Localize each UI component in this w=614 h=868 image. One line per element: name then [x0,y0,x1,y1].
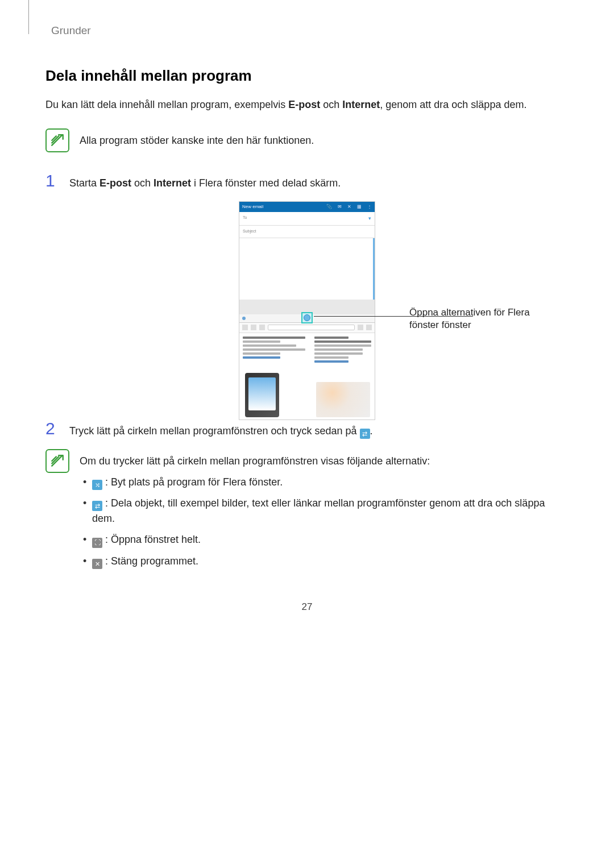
blur-line [243,340,280,343]
option-close: ✕ : Stäng programmet. [80,554,569,569]
blur-line [314,360,349,363]
intro-text-2: , genom att dra och släppa dem. [380,99,526,110]
section-header: Grunder [45,23,569,39]
blur-line [243,344,296,347]
blur-line [314,344,371,347]
misc-image-placeholder [316,382,370,417]
blur-line [243,337,305,339]
multiwindow-screenshot: New email 📎 ✉ ✕ ▦ ⋮ To ▾ Subject [239,201,375,420]
option-dragshare-text: : Dela objekt, till exempel bilder, text… [92,497,545,524]
bookmark-icon [358,325,363,330]
email-titlebar-icons: 📎 ✉ ✕ ▦ ⋮ [326,203,372,210]
blur-line [243,356,280,359]
step1-mid: och [131,177,154,189]
page-title: Dela innehåll mellan program [45,65,569,87]
blur-line [314,337,349,339]
step-2: 2 Tryck lätt på cirkeln mellan programfö… [45,420,569,439]
option-expand-text: : Öppna fönstret helt. [105,534,201,545]
step-1-number: 1 [45,172,60,189]
step-2-text: Tryck lätt på cirkeln mellan programföns… [69,420,569,439]
option-expand: ⛶ : Öppna fönstret helt. [80,532,569,547]
phone-image-placeholder [245,373,279,417]
option-swap-text: : Byt plats på program för Flera fönster… [105,476,283,488]
expand-icon: ⛶ [92,538,102,548]
note-icon [45,128,69,152]
step-1-text: Starta E-post och Internet i Flera fönst… [69,172,569,191]
subject-field: Subject [239,226,375,238]
browser-content [239,333,375,420]
email-pane: New email 📎 ✉ ✕ ▦ ⋮ To ▾ Subject [239,202,375,314]
x-icon: ✕ [347,203,351,210]
note-box-2: Om du trycker lätt på cirkeln mellan pro… [45,449,569,575]
menu-icon: ⋮ [367,203,372,210]
option-swap: ⤭ : Byt plats på program för Flera fönst… [80,475,569,490]
step1-pre: Starta [69,177,99,189]
page-number: 27 [0,600,614,614]
note-2-body: Om du trycker lätt på cirkeln mellan pro… [80,449,569,575]
blur-line [314,356,349,359]
blur-line [243,352,280,355]
drag-share-icon: ⇄ [92,501,102,511]
intro-bold-1: E-post [288,99,320,110]
email-body [239,238,375,300]
chevron-down-icon: ▾ [368,215,371,223]
browser-pane [239,314,375,420]
page-edge-rule [28,0,29,34]
step1-b2: Internet [154,177,191,189]
note-text-1: Alla program stöder kanske inte den här … [80,128,569,148]
option-close-text: : Stäng programmet. [105,555,198,567]
intro-text-1: Du kan lätt dela innehåll mellan program… [45,99,288,110]
note-2-option-list: ⤭ : Byt plats på program för Flera fönst… [80,475,569,569]
share-icon: ⇄ [360,429,370,439]
swap-icon: ⤭ [92,480,102,490]
send-icon: ✉ [338,203,342,210]
to-field: To ▾ [239,212,375,226]
forward-icon [251,325,256,330]
blur-line [314,352,363,355]
to-label: To [243,215,247,223]
step1-b1: E-post [99,177,131,189]
step2-text-after: . [370,425,373,437]
tabs-icon [366,325,372,330]
step2-text-main: Tryck lätt på cirkeln mellan programföns… [69,425,360,437]
multiwindow-handle-icon [301,312,313,323]
email-title: New email [242,203,263,210]
intro-paragraph: Du kan lätt dela innehåll mellan program… [45,97,569,113]
intro-text-mid: och [320,99,342,110]
step1-post: i Flera fönster med delad skärm. [191,177,341,189]
attach-icon: 📎 [326,203,332,210]
tab-dot [242,317,246,320]
note-box-1: Alla program stöder kanske inte den här … [45,128,569,152]
note-2-intro: Om du trycker lätt på cirkeln mellan pro… [80,454,569,469]
intro-bold-2: Internet [342,99,380,110]
email-titlebar: New email 📎 ✉ ✕ ▦ ⋮ [239,202,375,212]
home-icon [259,325,265,330]
save-icon: ▦ [357,203,362,210]
blur-line [243,348,305,351]
blur-line [314,340,371,343]
url-field [268,325,355,330]
note-icon [45,449,69,473]
back-icon [242,325,248,330]
step-1: 1 Starta E-post och Internet i Flera fön… [45,172,569,191]
callout-label: Öppna alternativen för Flera fönster fön… [409,306,557,333]
step-2-number: 2 [45,420,60,437]
option-dragshare: ⇄ : Dela objekt, till exempel bilder, te… [80,496,569,526]
close-icon: ✕ [92,559,102,569]
browser-url-bar [239,323,375,333]
blur-line [314,348,363,351]
subject-label: Subject [243,229,256,235]
